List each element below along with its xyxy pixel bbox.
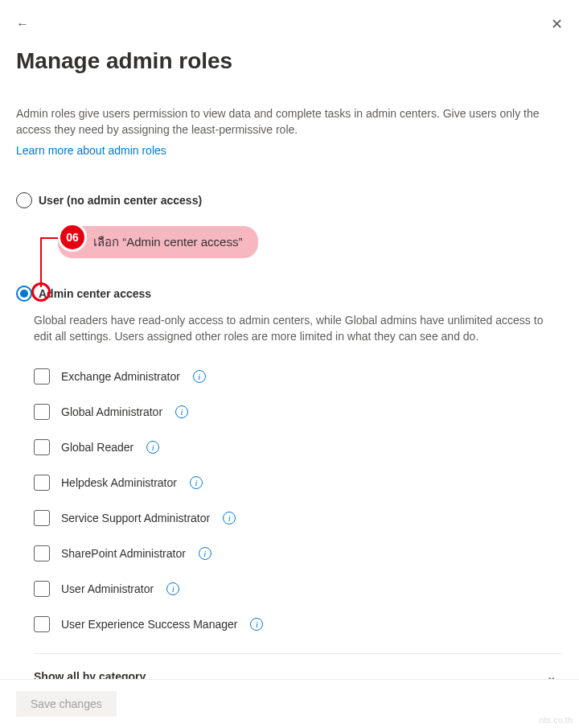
checkbox-helpdesk-administrator[interactable]: [34, 475, 50, 491]
role-row: Exchange Administrator i: [34, 359, 563, 394]
learn-more-link[interactable]: Learn more about admin roles: [16, 144, 166, 157]
info-icon[interactable]: i: [190, 476, 203, 489]
info-icon[interactable]: i: [223, 512, 236, 524]
annotation-connector: [40, 239, 42, 287]
radio-user-no-access-label: User (no admin center access): [39, 194, 202, 207]
checkbox-user-administrator[interactable]: [34, 581, 50, 597]
role-label: Service Support Administrator: [61, 512, 210, 524]
admin-access-description: Global readers have read-only access to …: [34, 313, 563, 344]
back-icon[interactable]: ←: [16, 17, 29, 31]
role-row: User Experience Success Manager i: [34, 607, 563, 642]
role-row: Helpdesk Administrator i: [34, 465, 563, 500]
divider: [34, 653, 563, 654]
radio-admin-center-access-label: Admin center access: [39, 287, 151, 300]
checkbox-exchange-administrator[interactable]: [34, 368, 50, 385]
role-row: Global Administrator i: [34, 394, 563, 430]
checkbox-user-experience-success-manager[interactable]: [34, 616, 50, 632]
info-icon[interactable]: i: [199, 547, 211, 560]
role-row: Service Support Administrator i: [34, 500, 563, 536]
save-changes-button[interactable]: Save changes: [16, 691, 117, 717]
role-label: User Experience Success Manager: [61, 618, 237, 631]
info-icon[interactable]: i: [175, 405, 188, 418]
info-icon[interactable]: i: [193, 370, 206, 383]
role-row: User Administrator i: [34, 571, 563, 607]
annotation-text: เลือก “Admin center access”: [93, 232, 242, 252]
radio-dot-icon: [20, 290, 28, 298]
checkbox-service-support-administrator[interactable]: [34, 510, 50, 526]
annotation-callout: เลือก “Admin center access”: [58, 226, 258, 258]
watermark: nts.co.th: [539, 715, 573, 725]
role-label: SharePoint Administrator: [61, 547, 186, 560]
role-label: User Administrator: [61, 582, 154, 595]
close-icon[interactable]: ✕: [551, 15, 563, 33]
info-icon[interactable]: i: [146, 441, 159, 454]
radio-admin-center-access[interactable]: [16, 286, 32, 302]
role-label: Global Administrator: [61, 405, 162, 418]
role-row: Global Reader i: [34, 430, 563, 465]
checkbox-global-reader[interactable]: [34, 439, 50, 455]
page-title: Manage admin roles: [16, 48, 563, 74]
role-label: Helpdesk Administrator: [61, 476, 177, 489]
info-icon[interactable]: i: [166, 582, 179, 595]
annotation-step-badge: 06: [58, 223, 87, 252]
page-description: Admin roles give users permission to vie…: [16, 106, 563, 138]
checkbox-sharepoint-administrator[interactable]: [34, 545, 50, 561]
checkbox-global-administrator[interactable]: [34, 404, 50, 420]
role-label: Exchange Administrator: [61, 370, 180, 383]
info-icon[interactable]: i: [250, 618, 263, 631]
role-label: Global Reader: [61, 441, 133, 454]
radio-user-no-access[interactable]: [16, 192, 32, 208]
role-row: SharePoint Administrator i: [34, 536, 563, 571]
